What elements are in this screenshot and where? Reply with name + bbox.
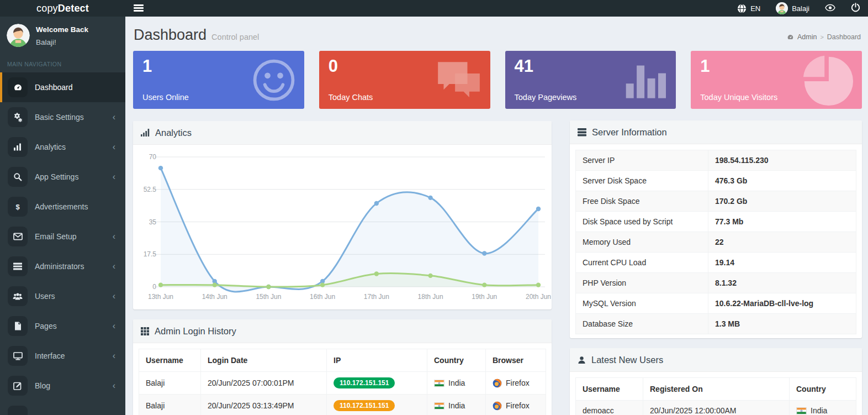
user-menu-label: Balaji [792, 4, 809, 13]
analytics-panel: Analytics 017.53552.57013th Jun14th Jun1… [133, 121, 552, 309]
comments-icon [435, 59, 483, 101]
server-icon [578, 128, 586, 136]
svg-text:14th Jun: 14th Jun [202, 293, 227, 301]
india-flag-icon [434, 402, 444, 409]
server-info-label: Disk Space used by Script [576, 212, 708, 232]
server-info-title: Server Information [592, 127, 667, 138]
svg-text:20th Jun: 20th Jun [526, 293, 551, 301]
sidebar-item-pages[interactable]: Pages ‹ [0, 311, 125, 341]
chevron-left-icon: ‹ [113, 172, 122, 181]
gears-icon [8, 107, 28, 127]
server-info-header: Server Information [570, 120, 862, 144]
pie-icon [801, 54, 854, 107]
user-username: demoacc [576, 401, 643, 415]
india-flag-icon [796, 407, 807, 414]
logo-text-light: copy [36, 3, 58, 14]
table-row: Memory Used 22 [576, 232, 856, 253]
preview-site-button[interactable] [825, 4, 835, 13]
bar-chart-icon [8, 137, 28, 157]
sidebar-item-label: Basic Settings [35, 113, 84, 122]
sidebar-item-partial[interactable] [0, 401, 125, 415]
sidebar-item-label: Interface [35, 351, 65, 360]
sidebar-item-blog[interactable]: Blog ‹ [0, 371, 125, 401]
logout-button[interactable] [851, 3, 860, 14]
server-info-value: 170.2 Gb [708, 191, 856, 212]
breadcrumb-link-admin[interactable]: Admin [797, 33, 817, 41]
ip-badge: 110.172.151.151 [334, 377, 395, 388]
svg-text:13th Jun: 13th Jun [148, 293, 173, 301]
india-flag-icon [434, 380, 444, 387]
svg-text:52.5: 52.5 [144, 186, 157, 193]
dashboard-icon [787, 34, 794, 41]
table-grid-icon [141, 327, 149, 335]
sidebar-item-app-settings[interactable]: App Settings ‹ [0, 162, 125, 192]
server-info-value: 22 [708, 232, 856, 253]
analytics-chart-container: 017.53552.57013th Jun14th Jun15th Jun16t… [133, 145, 552, 308]
svg-text:35: 35 [149, 218, 157, 226]
sidebar-item-label: Analytics [35, 143, 66, 151]
server-info-value: 476.3 Gb [708, 171, 856, 191]
chevron-left-icon: ‹ [113, 262, 122, 271]
page-subtitle: Control panel [211, 33, 259, 41]
sidebar-item-label: Email Setup [35, 232, 76, 241]
table-row: Database Size 1.3 MB [576, 314, 856, 334]
stat-card-today-chats: 0 Today Chats [319, 51, 490, 109]
server-info-value: 77.3 Mb [708, 212, 856, 232]
table-row: Server IP 198.54.115.230 [576, 150, 856, 171]
table-row: Disk Space used by Script 77.3 Mb [576, 212, 856, 232]
stat-label: Today Pageviews [515, 93, 577, 102]
sidebar-item-label: Blog [35, 381, 50, 390]
sidebar-menu: Dashboard Basic Settings ‹ Analytics ‹ A… [0, 72, 125, 415]
sidebar: Welcome Back Balaji! MAIN NAVIGATION Das… [0, 17, 125, 415]
table-row: PHP Version 8.1.32 [576, 273, 856, 293]
chevron-left-icon: ‹ [113, 232, 122, 241]
sidebar-user-panel: Welcome Back Balaji! [0, 17, 125, 55]
sidebar-item-analytics[interactable]: Analytics ‹ [0, 132, 125, 162]
table-row: demoacc 20/Jun/2025 12:00:00AM India [576, 401, 856, 415]
table-row: Balaji 20/Jun/2025 03:13:49PM 110.172.15… [139, 395, 546, 415]
sidebar-item-administrators[interactable]: Administrators ‹ [0, 251, 125, 281]
analytics-panel-header: Analytics [133, 121, 552, 145]
latest-users-header: Latest New Users [570, 348, 862, 372]
sidebar-item-email-setup[interactable]: Email Setup ‹ [0, 222, 125, 251]
server-info-value: 8.1.32 [708, 273, 856, 293]
sidebar-item-users[interactable]: Users ‹ [0, 281, 125, 311]
user-menu[interactable]: Balaji [776, 2, 809, 14]
server-info-panel: Server Information Server IP 198.54.115.… [570, 120, 862, 338]
app-logo[interactable]: copyDetect [0, 0, 125, 17]
signal-bars-icon [141, 129, 150, 136]
page-title-text: Dashboard [134, 27, 207, 43]
sidebar-item-interface[interactable]: Interface ‹ [0, 341, 125, 371]
table-row: Free Disk Space 170.2 Gb [576, 191, 856, 212]
login-username: Balaji [139, 395, 201, 415]
server-info-label: MySQL Version [576, 293, 708, 314]
login-browser: Firefox [486, 395, 546, 415]
server-info-label: Free Disk Space [576, 191, 708, 212]
smiley-icon [251, 57, 297, 103]
sidebar-item-basic-settings[interactable]: Basic Settings ‹ [0, 102, 125, 132]
stat-value: 1 [700, 56, 710, 76]
user-country: India [790, 401, 856, 415]
login-date: 20/Jun/2025 07:00:01PM [201, 372, 327, 395]
table-row: Server Disk Space 476.3 Gb [576, 171, 856, 191]
server-info-value: 1.3 MB [708, 314, 856, 334]
language-selector[interactable]: EN [737, 4, 760, 13]
server-info-value: 19.14 [708, 253, 856, 273]
login-ip: 110.172.151.151 [327, 372, 427, 395]
sidebar-item-dashboard[interactable]: Dashboard [0, 72, 125, 102]
user-registered-on: 20/Jun/2025 12:00:00AM [643, 401, 790, 415]
column-header: Country [427, 349, 486, 372]
ip-badge: 110.172.151.151 [334, 400, 395, 411]
bars-icon [625, 57, 668, 103]
table-header-row: UsernameRegistered OnCountry [576, 378, 856, 401]
stat-label: Today Chats [329, 93, 373, 102]
chevron-left-icon: ‹ [113, 143, 122, 151]
main-content: DashboardControl panel Admin > Dashboard… [125, 17, 868, 415]
sidebar-toggle-icon[interactable] [134, 4, 144, 12]
column-header: Username [576, 378, 643, 401]
table-row: Current CPU Load 19.14 [576, 253, 856, 273]
column-header: Login Date [201, 349, 327, 372]
chevron-left-icon: ‹ [113, 351, 122, 360]
sidebar-item-advertisements[interactable]: $ Advertisements [0, 192, 125, 222]
login-country: India [427, 372, 486, 395]
